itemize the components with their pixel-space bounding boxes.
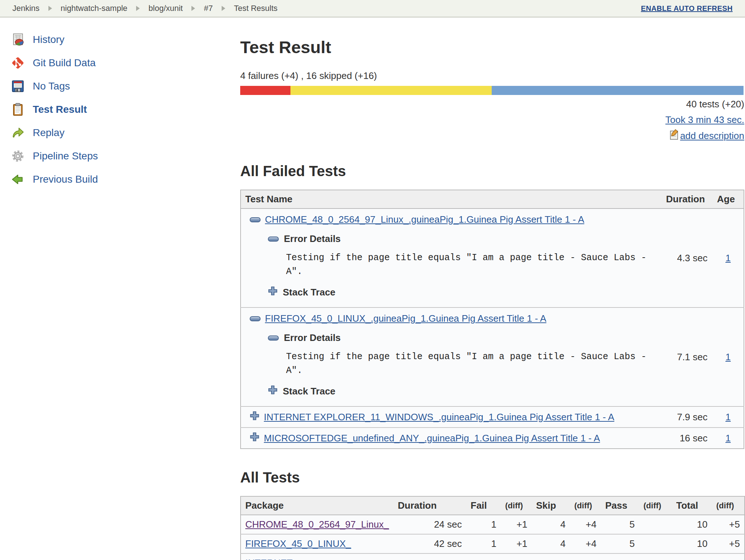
sidebar-item-previous-build[interactable]: Previous Build	[11, 172, 98, 186]
column-header-pass-diff: (diff)	[639, 496, 672, 515]
all-tests-header-row: Package Duration Fail (diff) Skip (diff)…	[241, 496, 745, 515]
failed-test-age-link[interactable]: 1	[725, 352, 730, 362]
error-details-label: Error Details	[284, 332, 341, 343]
package-pass: 5	[601, 515, 639, 534]
column-header-skip-diff: (diff)	[570, 496, 601, 515]
package-pass-diff	[639, 534, 672, 553]
result-meta: 40 tests (+20) Took 3 min 43 sec. add de…	[240, 99, 744, 143]
bar-passed-segment	[492, 86, 744, 95]
collapse-icon[interactable]	[268, 237, 279, 242]
breadcrumb-test-results[interactable]: Test Results	[234, 4, 278, 13]
package-fail: 1	[466, 553, 501, 560]
package-skip-diff: +4	[570, 534, 601, 553]
sidebar-item-replay[interactable]: Replay	[11, 126, 64, 140]
package-duration: 42 sec	[393, 534, 466, 553]
failed-test-row: CHROME_48_0_2564_97_Linux_.guineaPig_1.G…	[241, 208, 744, 307]
breadcrumb-separator-icon	[191, 6, 195, 11]
package-total: 10	[672, 553, 712, 560]
collapse-icon[interactable]	[250, 217, 261, 222]
took-duration-link[interactable]: Took 3 min 43 sec.	[665, 114, 744, 126]
breadcrumb-job[interactable]: nightwatch-sample	[61, 4, 127, 13]
sidebar-item-label: Git Build Data	[33, 57, 96, 69]
package-total-diff: +5	[712, 534, 745, 553]
package-skip: 4	[532, 515, 570, 534]
enable-auto-refresh-link[interactable]: ENABLE AUTO REFRESH	[641, 4, 733, 13]
add-description-link[interactable]: add description	[669, 129, 744, 143]
column-header-test-name[interactable]: Test Name	[241, 190, 662, 208]
failed-test-link[interactable]: FIREFOX_45_0_LINUX_.guineaPig_1.Guinea P…	[265, 313, 546, 324]
breadcrumb-separator-icon	[222, 6, 225, 11]
previous-build-arrow-icon	[11, 172, 25, 186]
expand-icon[interactable]	[250, 411, 259, 423]
sidebar-item-pipeline-steps[interactable]: Pipeline Steps	[11, 149, 98, 163]
sidebar-item-git-build-data[interactable]: Git Build Data	[11, 56, 96, 70]
column-header-fail[interactable]: Fail	[466, 496, 501, 515]
column-header-skip[interactable]: Skip	[532, 496, 570, 515]
column-header-total-diff: (diff)	[712, 496, 745, 515]
stack-trace-label: Stack Trace	[283, 386, 336, 397]
main-content: Test Result 4 failures (+4) , 16 skipped…	[240, 17, 744, 560]
collapse-icon[interactable]	[250, 316, 261, 321]
error-message: Testing if the page title equals "I am a…	[286, 350, 655, 378]
package-link[interactable]: INTERNET EXPLORER_11_WINDOWS_	[245, 557, 370, 560]
sidebar-item-label: Previous Build	[33, 174, 98, 185]
failed-test-duration: 7.9 sec	[662, 406, 713, 428]
all-failed-tests-heading: All Failed Tests	[240, 163, 744, 179]
column-header-pass[interactable]: Pass	[601, 496, 639, 515]
package-fail-diff: +1	[501, 534, 532, 553]
failed-test-age-link[interactable]: 1	[725, 412, 730, 422]
package-skip: 4	[532, 553, 570, 560]
sidebar-item-label: No Tags	[33, 80, 70, 92]
failed-tests-table: Test Name Duration Age CHROME_48_0_2564_…	[240, 190, 744, 449]
expand-icon[interactable]	[250, 432, 259, 444]
sidebar-item-no-tags[interactable]: No Tags	[11, 79, 70, 93]
package-fail-diff: +1	[501, 553, 532, 560]
git-icon	[11, 56, 25, 70]
package-link[interactable]: FIREFOX_45_0_LINUX_	[245, 538, 351, 549]
failed-test-link[interactable]: INTERNET EXPLORER_11_WINDOWS_.guineaPig_…	[264, 412, 614, 423]
package-pass: 5	[601, 553, 639, 560]
test-result-bar	[240, 86, 744, 95]
sidebar-item-label: Replay	[33, 127, 64, 139]
sidebar-item-history[interactable]: History	[11, 33, 64, 47]
breadcrumb-jenkins[interactable]: Jenkins	[12, 4, 40, 13]
column-header-total[interactable]: Total	[672, 496, 712, 515]
sidebar-item-label: History	[33, 34, 64, 45]
sidebar-item-test-result[interactable]: Test Result	[11, 103, 87, 116]
failed-test-link[interactable]: CHROME_48_0_2564_97_Linux_.guineaPig_1.G…	[265, 214, 584, 225]
package-fail: 1	[466, 534, 501, 553]
breadcrumb-branch[interactable]: blog/xunit	[148, 4, 183, 13]
all-tests-heading: All Tests	[240, 469, 744, 486]
edit-note-icon	[669, 129, 680, 143]
failed-test-row: FIREFOX_45_0_LINUX_.guineaPig_1.Guinea P…	[241, 307, 744, 406]
failed-test-duration: 4.3 sec	[662, 208, 713, 307]
bar-failed-segment	[240, 86, 290, 95]
all-tests-table: Package Duration Fail (diff) Skip (diff)…	[240, 496, 745, 560]
failed-test-link[interactable]: MICROSOFTEDGE_undefined_ANY_.guineaPig_1…	[264, 433, 600, 444]
column-header-duration[interactable]: Duration	[393, 496, 466, 515]
failed-test-age-link[interactable]: 1	[725, 433, 730, 444]
expand-icon[interactable]	[268, 385, 278, 397]
column-header-fail-diff: (diff)	[501, 496, 532, 515]
package-total-diff: +5	[712, 515, 745, 534]
bar-skipped-segment	[290, 86, 492, 95]
stack-trace-label: Stack Trace	[283, 287, 336, 298]
floppy-disk-icon	[11, 79, 25, 93]
package-link[interactable]: CHROME_48_0_2564_97_Linux_	[245, 519, 389, 530]
collapse-icon[interactable]	[268, 335, 279, 341]
column-header-duration[interactable]: Duration	[662, 190, 713, 208]
failed-test-age-link[interactable]: 1	[725, 253, 730, 263]
package-total: 10	[672, 515, 712, 534]
gear-icon	[11, 149, 25, 163]
column-header-age[interactable]: Age	[713, 190, 744, 208]
package-row: CHROME_48_0_2564_97_Linux_ 24 sec 1 +1 4…	[241, 515, 745, 534]
expand-icon[interactable]	[268, 286, 278, 298]
breadcrumb-separator-icon	[136, 6, 140, 11]
package-fail-diff: +1	[501, 515, 532, 534]
package-fail: 1	[466, 515, 501, 534]
error-details-label: Error Details	[284, 233, 341, 245]
breadcrumb-build-number[interactable]: #7	[204, 4, 213, 13]
breadcrumb: Jenkins nightwatch-sample blog/xunit #7 …	[0, 0, 745, 17]
failed-test-row: INTERNET EXPLORER_11_WINDOWS_.guineaPig_…	[241, 406, 744, 428]
column-header-package[interactable]: Package	[241, 496, 393, 515]
